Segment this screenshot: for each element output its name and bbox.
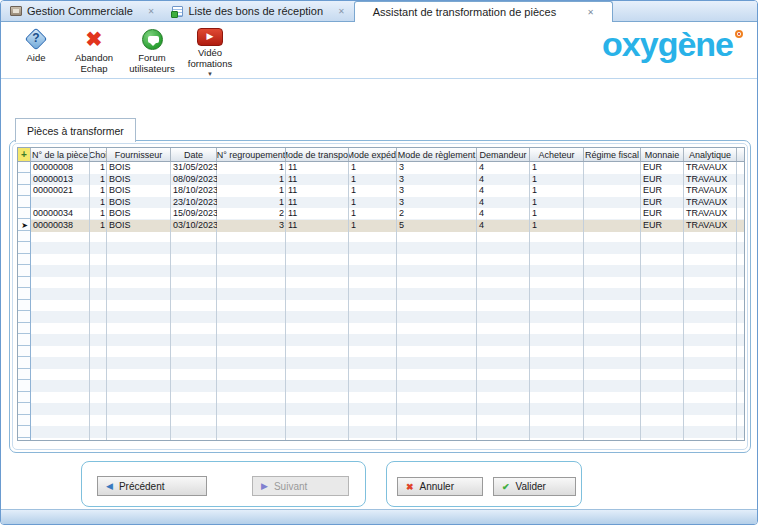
grid-cell[interactable]: 1 [90, 162, 107, 174]
grid-cell[interactable] [584, 162, 641, 174]
grid-cell[interactable]: 00000038 [31, 220, 90, 232]
cancel-button[interactable]: ✖ Annuler [397, 477, 483, 496]
grid-cell[interactable]: 4 [477, 185, 530, 197]
row-selector-cell[interactable] [18, 208, 31, 220]
chevron-down-icon[interactable]: ▼ [207, 71, 213, 78]
column-header[interactable]: Acheteur [530, 148, 584, 161]
grid-cell[interactable]: 1 [217, 162, 286, 174]
grid-cell[interactable]: 18/10/2023 [171, 185, 217, 197]
grid-cell[interactable]: 03/10/2023 [171, 220, 217, 232]
grid-cell[interactable]: 15/09/2023 [171, 208, 217, 220]
grid-cell[interactable]: 1 [349, 220, 397, 232]
grid-cell[interactable]: 1 [530, 162, 584, 174]
grid-cell[interactable]: 1 [530, 220, 584, 232]
tab-liste-bons-reception[interactable]: Liste des bons de réception ✕ [163, 1, 353, 21]
grid-cell[interactable]: 00000034 [31, 208, 90, 220]
grid-cell[interactable]: 1 [349, 208, 397, 220]
column-header[interactable]: Mode de transport [286, 148, 349, 161]
grid-cell[interactable]: EUR [641, 174, 684, 186]
grid-cell[interactable] [584, 185, 641, 197]
grid-cell[interactable]: 11 [286, 185, 349, 197]
grid-cell[interactable]: 3 [397, 162, 477, 174]
table-row[interactable]: 000000081BOIS31/05/20231111341EURTRAVAUX [18, 162, 744, 174]
grid-cell[interactable]: 1 [530, 197, 584, 209]
grid-cell[interactable]: BOIS [107, 185, 171, 197]
column-header[interactable]: Mode de règlement [397, 148, 477, 161]
close-icon[interactable]: ✕ [148, 7, 155, 16]
close-icon[interactable]: ✕ [587, 8, 594, 17]
tab-gestion-commerciale[interactable]: Gestion Commerciale ✕ [1, 1, 163, 21]
next-button[interactable]: ▶ Suivant [252, 476, 349, 496]
grid-cell[interactable]: TRAVAUX [684, 174, 737, 186]
grid-cell[interactable]: BOIS [107, 174, 171, 186]
column-header[interactable]: Monnaie [641, 148, 684, 161]
grid-cell[interactable]: 00000013 [31, 174, 90, 186]
grid-cell[interactable]: 1 [530, 174, 584, 186]
grid-cell[interactable]: TRAVAUX [684, 185, 737, 197]
grid-cell[interactable]: 00000021 [31, 185, 90, 197]
wizard-page-tab[interactable]: Pièces à transformer [15, 118, 136, 142]
grid-cell[interactable]: 2 [217, 208, 286, 220]
grid-cell[interactable]: BOIS [107, 208, 171, 220]
grid-cell[interactable]: 1 [349, 174, 397, 186]
column-header[interactable]: Date [171, 148, 217, 161]
grid-cell[interactable]: 1 [90, 208, 107, 220]
grid-cell[interactable]: EUR [641, 185, 684, 197]
grid-cell[interactable]: 31/05/2023 [171, 162, 217, 174]
grid-cell[interactable]: 1 [530, 185, 584, 197]
grid-cell[interactable]: 4 [477, 174, 530, 186]
previous-button[interactable]: ◀ Précédent [97, 476, 207, 496]
column-header[interactable]: Fournisseur [107, 148, 171, 161]
table-row[interactable]: 000000131BOIS08/09/20231111341EURTRAVAUX [18, 174, 744, 186]
table-row[interactable]: 000000211BOIS18/10/20231111341EURTRAVAUX [18, 185, 744, 197]
grid-cell[interactable]: 11 [286, 197, 349, 209]
grid-cell[interactable] [31, 197, 90, 209]
grid-cell[interactable]: 5 [397, 220, 477, 232]
grid-cell[interactable]: 1 [90, 174, 107, 186]
column-header[interactable]: N° de la pièce [31, 148, 90, 161]
video-formations-button[interactable]: ▶ Vidéo formations ▼ [181, 25, 239, 78]
column-header[interactable]: Régime fiscal [584, 148, 641, 161]
grid-cell[interactable] [584, 220, 641, 232]
grid-cell[interactable]: 2 [397, 208, 477, 220]
grid-cell[interactable]: TRAVAUX [684, 220, 737, 232]
table-row[interactable]: ➤000000381BOIS03/10/20233111541EURTRAVAU… [18, 220, 744, 232]
grid-cell[interactable]: TRAVAUX [684, 197, 737, 209]
grid-cell[interactable]: 3 [217, 220, 286, 232]
grid-cell[interactable]: 11 [286, 208, 349, 220]
grid-cell[interactable]: EUR [641, 208, 684, 220]
table-row[interactable]: 000000341BOIS15/09/20232111241EURTRAVAUX [18, 208, 744, 220]
grid-cell[interactable]: 1 [90, 197, 107, 209]
grid-cell[interactable]: 11 [286, 162, 349, 174]
tab-assistant-transformation[interactable]: Assistant de transformation de pièces ✕ [354, 1, 613, 22]
grid-cell[interactable]: 1 [217, 174, 286, 186]
grid-cell[interactable]: 1 [349, 197, 397, 209]
current-row-pointer-icon[interactable]: ➤ [18, 220, 31, 232]
abandon-button[interactable]: ✖ Abandon Echap [65, 25, 123, 78]
validate-button[interactable]: ✔ Valider [493, 477, 576, 496]
grid-cell[interactable]: 4 [477, 208, 530, 220]
grid-cell[interactable]: 1 [90, 185, 107, 197]
grid-cell[interactable] [584, 197, 641, 209]
grid-corner-add-button[interactable]: + [18, 148, 31, 161]
grid-cell[interactable]: 4 [477, 220, 530, 232]
column-header[interactable]: Analytique [684, 148, 737, 161]
column-header[interactable]: N° regroupement [217, 148, 286, 161]
grid-cell[interactable]: 3 [397, 185, 477, 197]
grid-cell[interactable]: 23/10/2023 [171, 197, 217, 209]
grid-cell[interactable]: 3 [397, 174, 477, 186]
grid-cell[interactable]: 08/09/2023 [171, 174, 217, 186]
grid-cell[interactable]: EUR [641, 220, 684, 232]
table-row[interactable]: 1BOIS23/10/20231111341EURTRAVAUX [18, 197, 744, 209]
column-header[interactable]: Choi [90, 148, 107, 161]
row-selector-cell[interactable] [18, 197, 31, 209]
grid-cell[interactable]: 1 [530, 208, 584, 220]
grid-cell[interactable]: EUR [641, 162, 684, 174]
grid-cell[interactable]: EUR [641, 197, 684, 209]
grid-cell[interactable] [584, 174, 641, 186]
grid-cell[interactable]: 1 [217, 185, 286, 197]
column-header[interactable]: Mode expéd. [349, 148, 397, 161]
row-selector-cell[interactable] [18, 185, 31, 197]
grid-cell[interactable]: 4 [477, 162, 530, 174]
grid-cell[interactable]: 1 [90, 220, 107, 232]
